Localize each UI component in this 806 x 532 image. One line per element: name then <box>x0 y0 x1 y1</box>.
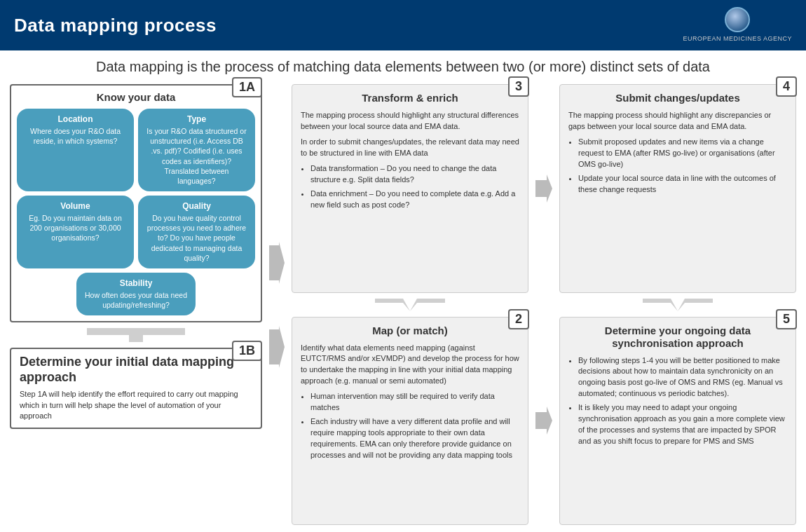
map-bullet-2: Each industry will have a very different… <box>310 416 519 461</box>
svg-marker-0 <box>87 328 185 342</box>
kyd-volume-title: Volume <box>24 201 127 211</box>
transform-enrich-intro: The mapping process should highlight any… <box>301 110 519 132</box>
kyd-stability-title: Stability <box>83 278 189 288</box>
kyd-quality: Quality Do you have quality control proc… <box>138 196 255 268</box>
right-area: 3 Transform & enrich The mapping process… <box>292 84 796 525</box>
badge-3: 3 <box>508 76 529 97</box>
kyd-quality-title: Quality <box>145 201 248 211</box>
kyd-quality-text: Do you have quality control processes yo… <box>145 213 248 263</box>
badge-4: 4 <box>776 76 797 97</box>
kyd-location-text: Where does your R&O data reside, in whic… <box>24 126 127 146</box>
kyd-stability-text: How often does your data need updating/r… <box>83 290 189 310</box>
transform-bullet-2: Data enrichment – Do you need to complet… <box>310 189 519 211</box>
badge-2: 2 <box>508 309 529 329</box>
kyd-stability: Stability How often does your data need … <box>76 273 196 315</box>
determine-initial-text: Step 1A will help identify the effort re… <box>20 389 252 421</box>
svg-marker-2 <box>269 326 285 368</box>
mid-row-arrows <box>292 299 796 311</box>
kyd-volume-text: Eg. Do you maintain data on 200 organisa… <box>24 213 127 243</box>
transform-enrich-para2: In order to submit changes/updates, the … <box>301 137 519 159</box>
page-title: Data mapping process <box>14 15 217 36</box>
bottom-mid-arrow <box>535 317 552 526</box>
ongoing-bullet-2: It is likely you may need to adapt your … <box>578 402 787 447</box>
svg-marker-4 <box>375 299 445 311</box>
ongoing-bullet-1: By following steps 1-4 you will be bette… <box>578 355 787 400</box>
ema-logo-circle <box>725 7 750 32</box>
mid-arrow-left <box>292 299 528 311</box>
map-match-title: Map (or match) <box>301 325 519 337</box>
submit-changes-bullets: Submit proposed updates and new items vi… <box>568 137 787 196</box>
determine-initial-box: 1B Determine your initial data mapping a… <box>10 348 262 428</box>
map-match-bullets: Human intervention may still be required… <box>301 391 519 461</box>
determine-ongoing-bullets: By following steps 1-4 you will be bette… <box>568 355 787 448</box>
determine-ongoing-title: Determine your ongoing data synchronisat… <box>568 325 787 350</box>
top-description: Data mapping is the process of matching … <box>10 57 796 76</box>
center-arrow-bottom <box>269 326 285 368</box>
submit-changes-title: Submit changes/updates <box>568 92 787 104</box>
grid-area: 1A Know your data Location Where does yo… <box>10 84 796 525</box>
top-mid-arrow-svg <box>535 175 552 203</box>
center-arrow-top <box>269 242 285 284</box>
kyd-grid: Location Where does your R&O data reside… <box>17 109 255 268</box>
submit-bullet-1: Submit proposed updates and new items vi… <box>578 137 787 170</box>
badge-1b: 1B <box>232 341 262 361</box>
top-mid-arrow <box>535 84 552 293</box>
kyd-volume: Volume Eg. Do you maintain data on 200 o… <box>17 196 134 268</box>
submit-changes-intro: The mapping process should highlight any… <box>568 110 787 132</box>
svg-marker-5 <box>643 299 713 311</box>
right-top-row: 3 Transform & enrich The mapping process… <box>292 84 796 293</box>
kyd-type-title: Type <box>145 114 248 124</box>
mid-arrow-left-svg <box>375 299 445 311</box>
svg-marker-1 <box>269 242 285 284</box>
svg-marker-6 <box>535 407 552 435</box>
submit-changes-box: 4 Submit changes/updates The mapping pro… <box>559 84 796 293</box>
left-column: 1A Know your data Location Where does yo… <box>10 84 262 525</box>
down-arrow-area <box>10 328 262 342</box>
bottom-mid-arrow-svg <box>535 407 552 435</box>
determine-ongoing-box: 5 Determine your ongoing data synchronis… <box>559 317 796 526</box>
transform-bullet-1: Data transformation – Do you need to cha… <box>310 163 519 186</box>
mid-arrow-right <box>559 299 796 311</box>
ema-logo-text: EUROPEAN MEDICINES AGENCY <box>683 35 792 43</box>
down-arrow-svg <box>87 328 185 342</box>
center-arrows <box>269 84 285 525</box>
know-your-data-box: 1A Know your data Location Where does yo… <box>10 84 262 322</box>
kyd-location: Location Where does your R&O data reside… <box>17 109 134 191</box>
right-bottom-row: 2 Map (or match) Identify what data elem… <box>292 317 796 526</box>
submit-bullet-2: Update your local source data in line wi… <box>578 173 787 196</box>
know-your-data-title: Know your data <box>17 91 255 103</box>
svg-marker-3 <box>535 175 552 203</box>
badge-5: 5 <box>776 309 797 329</box>
main-content: Data mapping is the process of matching … <box>0 50 806 532</box>
transform-enrich-box: 3 Transform & enrich The mapping process… <box>292 84 528 293</box>
kyd-location-title: Location <box>24 114 127 124</box>
map-match-intro: Identify what data elements need mapping… <box>301 343 519 388</box>
mid-arrow-right-svg <box>643 299 713 311</box>
page-header: Data mapping process EUROPEAN MEDICINES … <box>0 0 806 50</box>
transform-enrich-bullets: Data transformation – Do you need to cha… <box>301 163 519 211</box>
badge-1a: 1A <box>232 77 262 97</box>
map-match-box: 2 Map (or match) Identify what data elem… <box>292 317 528 526</box>
transform-enrich-title: Transform & enrich <box>301 92 519 104</box>
kyd-type: Type Is your R&O data structured or unst… <box>138 109 255 191</box>
determine-initial-title: Determine your initial data mapping appr… <box>20 355 252 385</box>
map-bullet-1: Human intervention may still be required… <box>310 391 519 414</box>
kyd-type-text: Is your R&O data structured or unstructu… <box>145 126 248 186</box>
ema-logo: EUROPEAN MEDICINES AGENCY <box>683 7 792 43</box>
